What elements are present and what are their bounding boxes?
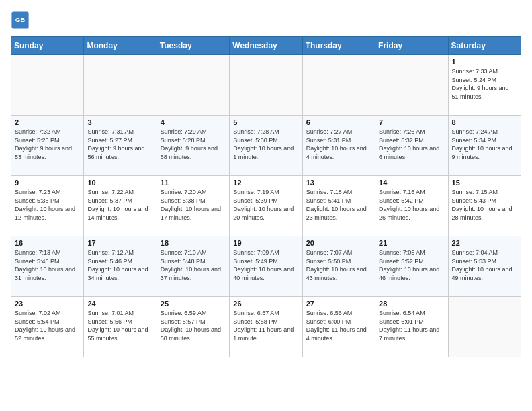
calendar-week-1: 1Sunrise: 7:33 AM Sunset: 5:24 PM Daylig… — [11, 55, 521, 116]
weekday-header-saturday: Saturday — [448, 37, 521, 55]
day-number: 27 — [306, 300, 371, 308]
day-info: Sunrise: 7:33 AM Sunset: 5:24 PM Dayligh… — [452, 67, 517, 101]
day-number: 23 — [15, 300, 80, 308]
day-info: Sunrise: 7:01 AM Sunset: 5:56 PM Dayligh… — [87, 309, 152, 342]
logo: GB — [11, 11, 32, 30]
day-number: 3 — [87, 118, 152, 126]
calendar-cell: 8Sunrise: 7:24 AM Sunset: 5:34 PM Daylig… — [448, 116, 521, 176]
day-info: Sunrise: 7:12 AM Sunset: 5:46 PM Dayligh… — [87, 248, 152, 282]
calendar-table: SundayMondayTuesdayWednesdayThursdayFrid… — [11, 36, 521, 357]
day-number: 8 — [452, 118, 517, 126]
day-number: 14 — [379, 179, 444, 187]
day-number: 18 — [161, 239, 226, 247]
day-info: Sunrise: 7:32 AM Sunset: 5:25 PM Dayligh… — [15, 128, 80, 161]
day-number: 26 — [233, 300, 298, 308]
day-number: 24 — [87, 300, 152, 308]
day-number: 16 — [15, 239, 80, 247]
calendar-cell: 19Sunrise: 7:09 AM Sunset: 5:49 PM Dayli… — [230, 236, 302, 297]
day-info: Sunrise: 7:31 AM Sunset: 5:27 PM Dayligh… — [87, 128, 152, 161]
calendar-cell: 4Sunrise: 7:29 AM Sunset: 5:28 PM Daylig… — [157, 116, 229, 176]
day-number: 15 — [452, 179, 517, 187]
day-number: 10 — [87, 179, 152, 187]
calendar-cell — [448, 297, 521, 357]
calendar-cell — [375, 55, 448, 116]
day-info: Sunrise: 7:15 AM Sunset: 5:43 PM Dayligh… — [452, 188, 517, 222]
day-info: Sunrise: 7:29 AM Sunset: 5:28 PM Dayligh… — [161, 128, 226, 161]
weekday-header-tuesday: Tuesday — [157, 37, 229, 55]
logo-icon: GB — [11, 11, 30, 30]
calendar-cell: 6Sunrise: 7:27 AM Sunset: 5:31 PM Daylig… — [302, 116, 375, 176]
calendar-cell — [230, 55, 302, 116]
day-info: Sunrise: 7:22 AM Sunset: 5:37 PM Dayligh… — [87, 188, 152, 222]
calendar-cell: 10Sunrise: 7:22 AM Sunset: 5:37 PM Dayli… — [84, 176, 157, 236]
calendar-cell: 21Sunrise: 7:05 AM Sunset: 5:52 PM Dayli… — [375, 236, 448, 297]
calendar-cell: 9Sunrise: 7:23 AM Sunset: 5:35 PM Daylig… — [11, 176, 84, 236]
day-number: 5 — [233, 118, 298, 126]
page-header: GB — [11, 11, 521, 30]
weekday-header-thursday: Thursday — [302, 37, 375, 55]
calendar-cell: 14Sunrise: 7:16 AM Sunset: 5:42 PM Dayli… — [375, 176, 448, 236]
day-info: Sunrise: 7:27 AM Sunset: 5:31 PM Dayligh… — [306, 128, 371, 161]
weekday-header-wednesday: Wednesday — [230, 37, 302, 55]
day-info: Sunrise: 7:19 AM Sunset: 5:39 PM Dayligh… — [233, 188, 298, 222]
calendar-week-3: 9Sunrise: 7:23 AM Sunset: 5:35 PM Daylig… — [11, 176, 521, 236]
day-info: Sunrise: 7:04 AM Sunset: 5:53 PM Dayligh… — [452, 248, 517, 282]
day-number: 6 — [306, 118, 371, 126]
day-number: 28 — [379, 300, 444, 308]
day-info: Sunrise: 7:28 AM Sunset: 5:30 PM Dayligh… — [233, 128, 298, 161]
day-number: 2 — [15, 118, 80, 126]
day-info: Sunrise: 7:18 AM Sunset: 5:41 PM Dayligh… — [306, 188, 371, 222]
day-number: 4 — [161, 118, 226, 126]
calendar-cell: 1Sunrise: 7:33 AM Sunset: 5:24 PM Daylig… — [448, 55, 521, 116]
day-number: 20 — [306, 239, 371, 247]
day-info: Sunrise: 6:59 AM Sunset: 5:57 PM Dayligh… — [161, 309, 226, 342]
weekday-header-sunday: Sunday — [11, 37, 84, 55]
calendar-cell: 22Sunrise: 7:04 AM Sunset: 5:53 PM Dayli… — [448, 236, 521, 297]
day-number: 21 — [379, 239, 444, 247]
day-number: 13 — [306, 179, 371, 187]
calendar-cell: 24Sunrise: 7:01 AM Sunset: 5:56 PM Dayli… — [84, 297, 157, 357]
day-number: 1 — [452, 58, 517, 66]
day-info: Sunrise: 7:05 AM Sunset: 5:52 PM Dayligh… — [379, 248, 444, 282]
calendar-week-4: 16Sunrise: 7:13 AM Sunset: 5:45 PM Dayli… — [11, 236, 521, 297]
day-number: 22 — [452, 239, 517, 247]
calendar-cell: 26Sunrise: 6:57 AM Sunset: 5:58 PM Dayli… — [230, 297, 302, 357]
day-info: Sunrise: 7:26 AM Sunset: 5:32 PM Dayligh… — [379, 128, 444, 161]
day-info: Sunrise: 7:23 AM Sunset: 5:35 PM Dayligh… — [15, 188, 80, 222]
day-info: Sunrise: 7:07 AM Sunset: 5:50 PM Dayligh… — [306, 248, 371, 282]
day-number: 17 — [87, 239, 152, 247]
day-number: 25 — [161, 300, 226, 308]
day-info: Sunrise: 7:24 AM Sunset: 5:34 PM Dayligh… — [452, 128, 517, 161]
day-number: 11 — [161, 179, 226, 187]
calendar-week-2: 2Sunrise: 7:32 AM Sunset: 5:25 PM Daylig… — [11, 116, 521, 176]
day-number: 12 — [233, 179, 298, 187]
calendar-cell: 15Sunrise: 7:15 AM Sunset: 5:43 PM Dayli… — [448, 176, 521, 236]
calendar-cell — [84, 55, 157, 116]
calendar-cell: 25Sunrise: 6:59 AM Sunset: 5:57 PM Dayli… — [157, 297, 229, 357]
day-info: Sunrise: 7:20 AM Sunset: 5:38 PM Dayligh… — [161, 188, 226, 222]
day-number: 7 — [379, 118, 444, 126]
calendar-cell: 12Sunrise: 7:19 AM Sunset: 5:39 PM Dayli… — [230, 176, 302, 236]
calendar-cell: 13Sunrise: 7:18 AM Sunset: 5:41 PM Dayli… — [302, 176, 375, 236]
day-info: Sunrise: 6:54 AM Sunset: 6:01 PM Dayligh… — [379, 309, 444, 342]
day-info: Sunrise: 6:56 AM Sunset: 6:00 PM Dayligh… — [306, 309, 371, 342]
calendar-cell: 17Sunrise: 7:12 AM Sunset: 5:46 PM Dayli… — [84, 236, 157, 297]
day-number: 19 — [233, 239, 298, 247]
calendar-cell: 5Sunrise: 7:28 AM Sunset: 5:30 PM Daylig… — [230, 116, 302, 176]
calendar-cell: 23Sunrise: 7:02 AM Sunset: 5:54 PM Dayli… — [11, 297, 84, 357]
calendar-cell: 18Sunrise: 7:10 AM Sunset: 5:48 PM Dayli… — [157, 236, 229, 297]
weekday-header-row: SundayMondayTuesdayWednesdayThursdayFrid… — [11, 37, 521, 55]
calendar-cell: 27Sunrise: 6:56 AM Sunset: 6:00 PM Dayli… — [302, 297, 375, 357]
weekday-header-monday: Monday — [84, 37, 157, 55]
calendar-cell: 11Sunrise: 7:20 AM Sunset: 5:38 PM Dayli… — [157, 176, 229, 236]
day-number: 9 — [15, 179, 80, 187]
calendar-cell: 7Sunrise: 7:26 AM Sunset: 5:32 PM Daylig… — [375, 116, 448, 176]
calendar-cell: 3Sunrise: 7:31 AM Sunset: 5:27 PM Daylig… — [84, 116, 157, 176]
calendar-week-5: 23Sunrise: 7:02 AM Sunset: 5:54 PM Dayli… — [11, 297, 521, 357]
day-info: Sunrise: 7:13 AM Sunset: 5:45 PM Dayligh… — [15, 248, 80, 282]
calendar-cell — [157, 55, 229, 116]
svg-text:GB: GB — [15, 16, 26, 24]
calendar-cell — [302, 55, 375, 116]
calendar-cell: 2Sunrise: 7:32 AM Sunset: 5:25 PM Daylig… — [11, 116, 84, 176]
calendar-cell: 28Sunrise: 6:54 AM Sunset: 6:01 PM Dayli… — [375, 297, 448, 357]
